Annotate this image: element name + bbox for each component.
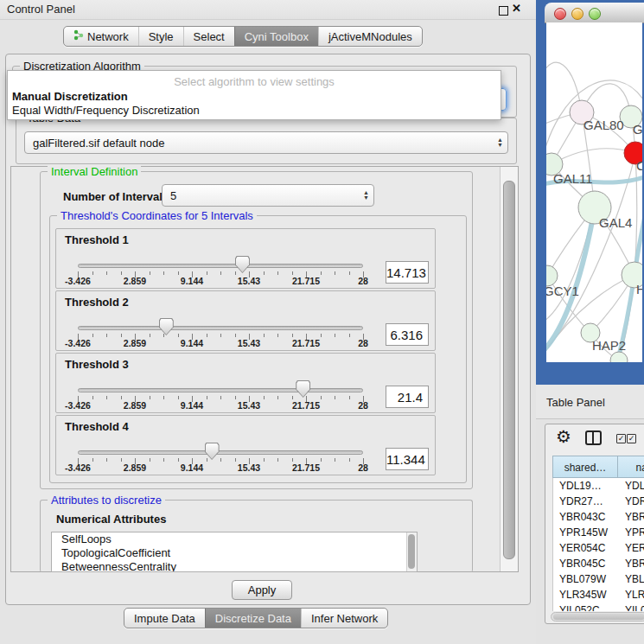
tab-discretize-data[interactable]: Discretize Data — [205, 609, 301, 628]
minimize-traffic-light[interactable] — [571, 8, 583, 20]
list-scrollbar[interactable] — [406, 532, 417, 571]
column-header[interactable]: shared… — [552, 456, 618, 478]
minor-tick — [292, 334, 293, 337]
tick-label: -3.426 — [65, 338, 91, 348]
numerical-attributes-label: Numerical Attributes — [56, 513, 166, 526]
interval-definition-title: Interval Definition — [48, 165, 141, 178]
network-node-label: GAL80 — [583, 118, 624, 132]
tick-label: 2.859 — [124, 338, 146, 348]
float-window-icon[interactable] — [499, 6, 508, 16]
scrollbar-thumb[interactable] — [503, 181, 515, 559]
table-cell: YBR045C — [553, 556, 619, 571]
list-scrollbar-thumb[interactable] — [408, 534, 415, 569]
attribute-list-item[interactable]: BetweennessCentrality — [52, 560, 417, 572]
numerical-attributes-list[interactable]: SelfLoopsTopologicalCoefficientBetweenne… — [51, 532, 418, 572]
tick-label: 28 — [358, 400, 368, 411]
minor-tick — [178, 458, 179, 462]
slider-thumb[interactable] — [296, 380, 310, 398]
table-row[interactable]: YBR043CYBR0 — [553, 509, 644, 525]
table-data-combobox[interactable]: galFiltered.sif default node ▲▼ — [24, 131, 508, 154]
slider-track[interactable] — [78, 326, 363, 330]
table-cell: YDR27… — [553, 494, 619, 509]
slider-thumb[interactable] — [159, 318, 174, 335]
dropdown-option-equal-width[interactable]: Equal Width/Frequency Discretization — [12, 104, 200, 117]
tab-discretize-data-label: Discretize Data — [215, 612, 291, 625]
minor-tick — [92, 458, 93, 462]
attribute-list-item[interactable]: TopologicalCoefficient — [52, 546, 417, 560]
checkbox-icon[interactable]: ✓ — [616, 434, 626, 443]
tab-cyni-toolbox-label: Cyni Toolbox — [245, 30, 309, 43]
table-row[interactable]: YDL19…YDL1 — [553, 478, 644, 494]
zoom-traffic-light[interactable] — [589, 8, 601, 20]
table-cell: YER0 — [619, 540, 644, 556]
threshold-value-field[interactable]: 14.713 — [386, 261, 429, 284]
minor-tick — [121, 396, 122, 399]
column-header[interactable]: name — [618, 456, 644, 478]
table-cell: YER054C — [553, 540, 619, 556]
table-data-value: galFiltered.sif default node — [33, 137, 164, 150]
tab-select[interactable]: Select — [183, 27, 234, 46]
close-traffic-light[interactable] — [554, 8, 566, 20]
minor-tick — [207, 271, 207, 275]
minor-tick — [106, 334, 107, 337]
threshold-value-field[interactable]: 6.316 — [386, 323, 429, 346]
apply-button[interactable]: Apply — [232, 580, 292, 600]
table-cell: YIL0 — [619, 603, 644, 611]
minor-tick — [335, 458, 335, 462]
table-row[interactable]: YLR345WYLR3 — [553, 587, 644, 603]
attribute-list-item[interactable]: SelfLoops — [52, 532, 417, 546]
minor-tick — [106, 396, 107, 399]
split-view-icon[interactable] — [585, 430, 602, 445]
close-icon[interactable]: ✕ — [512, 2, 521, 15]
table-row[interactable]: YDR27…YDR2 — [553, 494, 644, 509]
tab-infer-network-label: Infer Network — [311, 612, 378, 625]
minor-tick — [264, 396, 265, 399]
tab-infer-network[interactable]: Infer Network — [301, 609, 387, 628]
minor-tick — [292, 271, 293, 275]
threshold-label: Threshold 3 — [65, 358, 129, 371]
tab-impute-data-label: Impute Data — [134, 612, 195, 625]
network-node[interactable] — [610, 352, 628, 362]
minor-tick — [220, 458, 221, 462]
tick-label: 21.715 — [292, 338, 320, 348]
tab-network-label: Network — [87, 30, 129, 43]
network-canvas[interactable]: GAL80GACGAL11GAL4GCY1HHAP2 — [546, 22, 642, 362]
table-row[interactable]: YER054CYER0 — [553, 540, 644, 556]
minor-tick — [292, 458, 293, 462]
checkbox-icon[interactable]: ✓ — [627, 434, 636, 443]
minor-tick — [292, 396, 293, 399]
tab-cyni-toolbox[interactable]: Cyni Toolbox — [234, 27, 318, 46]
minor-tick — [106, 458, 107, 462]
table-row[interactable]: YPR145WYPR1 — [553, 525, 644, 540]
network-window-titlebar — [545, 3, 644, 23]
algorithm-dropdown: Select algorithm to view settings Manual… — [7, 70, 501, 120]
tab-impute-data[interactable]: Impute Data — [124, 609, 205, 628]
dropdown-option-manual[interactable]: Manual Discretization — [12, 90, 128, 103]
vertical-scrollbar[interactable] — [500, 167, 518, 571]
threshold-value-field[interactable]: 21.4 — [386, 386, 429, 408]
number-of-intervals-combobox[interactable]: 5 ▲▼ — [162, 184, 374, 207]
tab-style[interactable]: Style — [138, 27, 183, 46]
horizontal-scrollbar[interactable] — [551, 612, 644, 622]
slider-track[interactable] — [78, 450, 363, 455]
slider-thumb[interactable] — [205, 443, 220, 460]
network-node-label: C — [636, 158, 642, 173]
number-of-intervals-label: Number of Intervals — [63, 190, 169, 203]
table-row[interactable]: YBL079WYBL0 — [553, 571, 644, 587]
threshold-value-field[interactable]: 11.344 — [386, 448, 429, 470]
table-cell: YBR0 — [619, 556, 644, 571]
hscrollbar-thumb[interactable] — [553, 614, 644, 620]
slider-track[interactable] — [78, 264, 363, 268]
tab-jactivemnodules[interactable]: jActiveMNodules — [318, 27, 422, 46]
table-row[interactable]: YBR045CYBR0 — [553, 556, 644, 571]
tab-network[interactable]: Network — [64, 27, 138, 46]
gear-icon[interactable]: ⚙ — [556, 426, 571, 447]
slider-track[interactable] — [78, 388, 363, 392]
table-row[interactable]: YIL052CYIL0 — [553, 603, 644, 611]
minor-tick — [235, 396, 236, 399]
slider-thumb[interactable] — [235, 256, 250, 273]
table-panel: ⚙ ✓ ✓ shared…name YDL19…YDL1YDR27…YDR2YB… — [545, 424, 644, 624]
minor-tick — [207, 334, 207, 337]
tick-label: -3.426 — [65, 400, 91, 411]
slider-thumb-face — [236, 257, 249, 272]
